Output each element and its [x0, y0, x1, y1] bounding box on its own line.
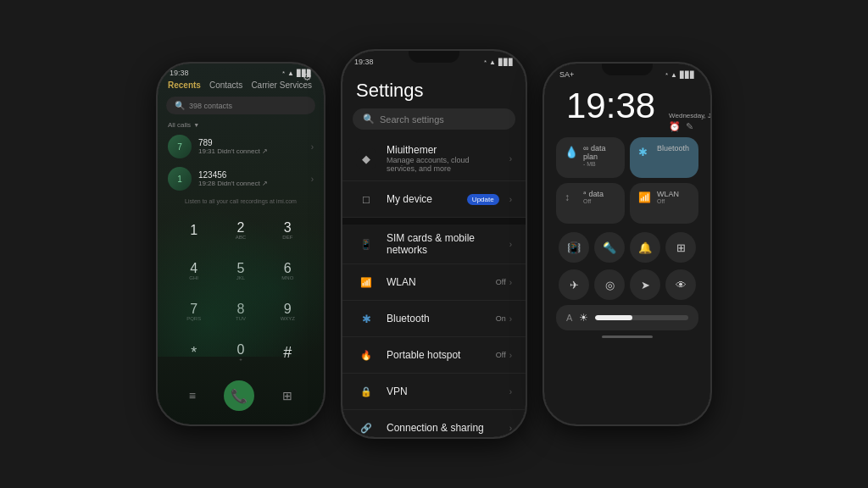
bluetooth-status: On ›	[496, 314, 512, 324]
status-time-2: 19:38	[354, 58, 374, 66]
chevron-vpn: ›	[509, 387, 512, 396]
vibrate-button[interactable]: 📳	[559, 232, 589, 263]
settings-item-wlan[interactable]: 📶 WLAN Off ›	[342, 264, 526, 301]
cc-tile-wlan[interactable]: 📶 WLAN Off	[630, 183, 698, 224]
data-tile-icon: 💧	[565, 146, 578, 158]
settings-divider-1	[342, 218, 526, 225]
update-badge: Update	[467, 194, 499, 205]
call-arrow-123456: ›	[311, 175, 314, 184]
settings-item-connection[interactable]: 🔗 Connection & sharing ›	[342, 410, 526, 437]
bluetooth-tile-icon: ✱	[638, 146, 648, 158]
brightness-track[interactable]	[595, 315, 688, 320]
brightness-control[interactable]: A ☀	[556, 305, 698, 330]
cc-date: Wednesday, July 13	[669, 112, 712, 119]
key-6[interactable]: 6MNO	[265, 252, 310, 291]
vpn-text: VPN	[387, 385, 499, 397]
connection-icon: 🔗	[356, 418, 376, 437]
chevron-connection: ›	[509, 424, 512, 433]
bluetooth-text: Bluetooth	[387, 313, 486, 324]
airplane-button[interactable]: ✈	[559, 269, 589, 300]
avatar-789: 7	[168, 135, 192, 158]
call-item-789[interactable]: 7 789 19:31 Didn't connect ↗ ›	[158, 130, 324, 163]
connection-text: Connection & sharing	[387, 422, 499, 434]
chevron-sim: ›	[509, 240, 512, 249]
battery-icon-1: ▊▊▊	[297, 69, 312, 77]
notch-2	[409, 51, 459, 63]
settings-item-mydevice[interactable]: □ My device Update ›	[342, 181, 526, 218]
cc-tile-data[interactable]: 💧 ∞ data plan - MB	[556, 137, 625, 178]
status-time-1: 19:38	[170, 69, 189, 77]
notch-3	[602, 64, 653, 75]
phone-settings: 19:38 * ▲ ▊▊▊ Settings 🔍 Search settings…	[341, 49, 527, 439]
miuithemer-icon: ◆	[356, 148, 376, 169]
settings-item-sim[interactable]: 📱 SIM cards & mobile networks ›	[342, 225, 526, 264]
bluetooth-icon-2: *	[484, 58, 487, 66]
call-info-123456: 123456 19:28 Didn't connect ↗	[198, 170, 304, 187]
search-icon-dialer: 🔍	[175, 101, 185, 110]
key-1[interactable]: 1	[171, 211, 216, 250]
dialer-tabs: Recents Contacts Carrier Services	[158, 79, 324, 93]
miuithemer-text: Miuithemer Manage accounts, cloud servic…	[387, 144, 499, 173]
cc-carrier: SA+	[559, 70, 574, 79]
key-2[interactable]: 2ABC	[218, 211, 263, 250]
flashlight-button[interactable]: 🔦	[594, 232, 625, 263]
call-item-123456[interactable]: 1 123456 19:28 Didn't connect ↗ ›	[158, 163, 324, 195]
search-bar-dialer[interactable]: 🔍 398 contacts	[166, 97, 315, 114]
settings-item-miuithemer[interactable]: ◆ Miuithemer Manage accounts, cloud serv…	[342, 136, 526, 181]
settings-item-bluetooth[interactable]: ✱ Bluetooth On ›	[342, 301, 526, 337]
cc-icon-row-2: ✈ ◎ ➤ 👁	[553, 268, 702, 302]
tab-contacts[interactable]: Contacts	[209, 80, 242, 90]
battery-icon-2: ▊▊▊	[498, 58, 514, 66]
bluetooth-icon-1: *	[282, 69, 285, 77]
call-button[interactable]: 📞	[224, 380, 254, 411]
settings-list: ◆ Miuithemer Manage accounts, cloud serv…	[342, 136, 526, 437]
cc-time: 19:38	[559, 82, 662, 126]
grid-button[interactable]: ⊞	[665, 232, 696, 263]
status-icons-1: * ▲ ▊▊▊	[282, 69, 312, 77]
call-info-789: 789 19:31 Didn't connect ↗	[198, 138, 304, 155]
dialpad-icon[interactable]: ⊞	[282, 389, 292, 402]
cc-signal-icon: ▲	[670, 71, 677, 79]
settings-item-vpn[interactable]: 🔒 VPN ›	[342, 374, 526, 410]
status-bar-1: 19:38 * ▲ ▊▊▊	[158, 65, 324, 79]
key-4[interactable]: 4GHI	[171, 252, 216, 291]
key-5[interactable]: 5JKL	[218, 252, 263, 291]
key-hash[interactable]: #	[265, 333, 310, 372]
signal-icon-2: ▲	[489, 58, 496, 66]
tab-recents[interactable]: Recents	[168, 80, 201, 90]
cc-tile-mobile-data[interactable]: ↕ ᵃ data Off	[556, 183, 625, 224]
vpn-icon: 🔒	[356, 381, 376, 402]
hotspot-icon: 🔥	[356, 345, 376, 365]
brightness-icon: ☀	[579, 312, 588, 324]
sim-text: SIM cards & mobile networks	[387, 232, 499, 256]
brightness-fill	[595, 315, 632, 320]
menu-icon[interactable]: ≡	[189, 389, 196, 402]
settings-search-bar[interactable]: 🔍 Search settings	[353, 108, 515, 130]
key-9[interactable]: 9WXYZ	[265, 292, 310, 331]
home-indicator[interactable]	[602, 336, 653, 338]
dialer-note: Listen to all your call recordings at im…	[158, 195, 324, 208]
chevron-miuithemer: ›	[509, 154, 512, 164]
data-toggle-icon: ↕	[565, 191, 570, 203]
key-3[interactable]: 3DEF	[265, 211, 310, 250]
settings-item-hotspot[interactable]: 🔥 Portable hotspot Off ›	[342, 337, 526, 374]
key-star[interactable]: *	[171, 333, 216, 372]
key-7[interactable]: 7PQRS	[171, 292, 216, 331]
cc-alarm-icon[interactable]: ⏰	[669, 121, 681, 132]
notification-button[interactable]: 🔔	[630, 232, 660, 263]
cc-edit-icon[interactable]: ✎	[686, 121, 693, 132]
location-button[interactable]: ➤	[630, 269, 660, 300]
phone-dialer: 19:38 * ▲ ▊▊▊ ⚙ Recents Contacts Carrier…	[156, 62, 326, 426]
mydevice-text: My device	[387, 193, 457, 205]
eye-button[interactable]: 👁	[665, 269, 696, 300]
key-8[interactable]: 8TUV	[218, 292, 263, 331]
call-arrow-789: ›	[311, 142, 314, 152]
sim-icon: 📱	[356, 234, 376, 254]
search-icon-settings: 🔍	[363, 114, 375, 125]
cc-tile-bluetooth[interactable]: ✱ Bluetooth	[630, 137, 698, 178]
bluetooth-settings-icon: ✱	[356, 308, 376, 329]
status-icons-2: * ▲ ▊▊▊	[484, 58, 514, 66]
key-0[interactable]: 0+	[218, 333, 263, 372]
donotdisturb-button[interactable]: ◎	[594, 269, 625, 300]
keypad: 1 2ABC 3DEF 4GHI 5JKL 6MNO 7PQRS 8TUV 9W…	[158, 208, 324, 375]
